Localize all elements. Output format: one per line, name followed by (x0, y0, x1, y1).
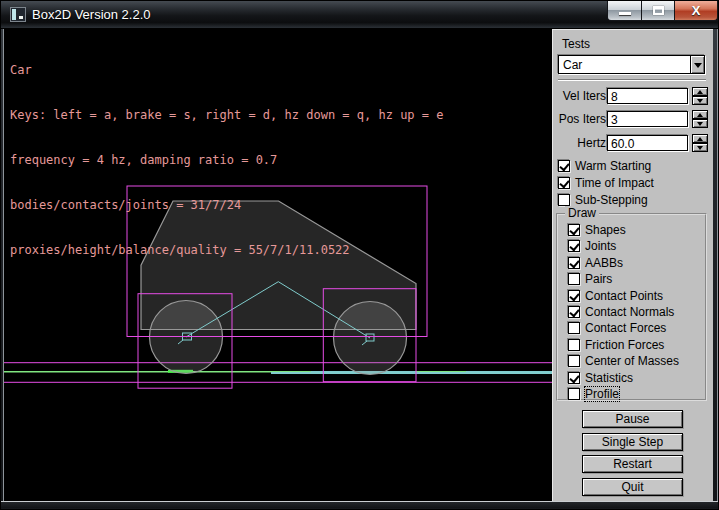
arrow-down-icon (697, 122, 703, 126)
draw-option-label: Center of Masses (585, 354, 679, 368)
checkbox[interactable] (568, 306, 580, 318)
maximize-icon (653, 6, 664, 15)
debug-stats-text: Car Keys: left = a, brake = s, right = d… (10, 33, 443, 288)
window-title: Box2D Version 2.2.0 (32, 7, 151, 22)
draw-option-center-of-masses[interactable]: Center of Masses (568, 355, 703, 369)
hertz-row: Hertz 60.0 (553, 135, 714, 151)
checkbox[interactable] (568, 372, 580, 384)
vel-iters-label: Vel Iters (563, 89, 606, 103)
arrow-up-icon (697, 113, 703, 117)
tests-dropdown-button[interactable] (690, 56, 704, 73)
draw-option-profile[interactable]: Profile (568, 388, 703, 402)
checkbox[interactable] (568, 290, 580, 302)
tests-label: Tests (562, 37, 590, 51)
checkbox[interactable] (568, 355, 580, 367)
minimize-icon (619, 12, 631, 15)
vel-iters-up-button[interactable] (692, 87, 708, 96)
checkbox[interactable] (568, 322, 580, 334)
stats-line-title: Car (10, 63, 443, 78)
checkbox[interactable] (568, 273, 580, 285)
draw-option-pairs[interactable]: Pairs (568, 273, 703, 287)
checkbox[interactable] (568, 224, 580, 236)
draw-option-label: AABBs (585, 256, 623, 270)
draw-option-label: Contact Points (585, 289, 663, 303)
minimize-button[interactable] (607, 1, 642, 21)
tests-dropdown[interactable]: Car (558, 55, 705, 74)
sub-stepping-label: Sub-Stepping (575, 193, 648, 207)
stats-line-proxies: proxies/height/balance/quality = 55/7/1/… (10, 243, 443, 258)
arrow-down-icon (697, 99, 703, 103)
close-icon: X (675, 3, 717, 18)
draw-option-label: Profile (585, 387, 619, 401)
draw-option-contact-forces[interactable]: Contact Forces (568, 322, 703, 336)
caption-buttons: X (607, 1, 718, 21)
draw-option-label: Pairs (585, 272, 612, 286)
draw-option-contact-normals[interactable]: Contact Normals (568, 306, 703, 320)
hertz-spinner (692, 134, 708, 152)
checkbox[interactable] (568, 388, 580, 400)
vel-iters-row: Vel Iters 8 (553, 88, 714, 104)
vel-iters-field[interactable]: 8 (607, 88, 688, 104)
pos-iters-down-button[interactable] (692, 119, 708, 128)
app-icon (10, 7, 26, 22)
maximize-button[interactable] (642, 1, 675, 21)
draw-option-shapes[interactable]: Shapes (568, 224, 703, 238)
arrow-up-icon (697, 137, 703, 141)
warm-starting-checkbox-row[interactable]: Warm Starting (558, 160, 708, 174)
pos-iters-label: Pos Iters (559, 112, 606, 126)
window-bottom-border (1, 501, 719, 510)
draw-option-aabbs[interactable]: AABBs (568, 257, 703, 271)
control-panel: Tests Car Vel Iters 8 Pos Iters 3 (552, 29, 713, 501)
warm-starting-label: Warm Starting (575, 159, 651, 173)
stats-line-keys: Keys: left = a, brake = s, right = d, hz… (10, 108, 443, 123)
pos-iters-row: Pos Iters 3 (553, 111, 714, 127)
hertz-down-button[interactable] (692, 143, 708, 152)
tests-dropdown-value: Car (563, 58, 582, 72)
hertz-up-button[interactable] (692, 134, 708, 143)
app-window: Box2D Version 2.2.0 X (0, 0, 719, 510)
draw-option-label: Shapes (585, 223, 626, 237)
draw-option-contact-points[interactable]: Contact Points (568, 290, 703, 304)
draw-option-label: Joints (585, 239, 616, 253)
pos-iters-spinner (692, 110, 708, 128)
stats-line-frequency: frequency = 4 hz, damping ratio = 0.7 (10, 153, 443, 168)
arrow-down-icon (697, 146, 703, 150)
draw-groupbox-title: Draw (565, 206, 599, 220)
draw-option-label: Friction Forces (585, 338, 664, 352)
single-step-button[interactable]: Single Step (582, 433, 683, 451)
draw-option-friction-forces[interactable]: Friction Forces (568, 339, 703, 353)
hertz-field[interactable]: 60.0 (607, 135, 688, 151)
pos-iters-up-button[interactable] (692, 110, 708, 119)
time-of-impact-label: Time of Impact (575, 176, 654, 190)
pause-button[interactable]: Pause (582, 410, 683, 428)
warm-starting-checkbox[interactable] (558, 160, 570, 172)
time-of-impact-checkbox[interactable] (558, 177, 570, 189)
draw-option-label: Statistics (585, 371, 633, 385)
draw-option-label: Contact Normals (585, 305, 674, 319)
pos-iters-field[interactable]: 3 (607, 111, 688, 127)
close-button[interactable]: X (675, 1, 718, 21)
restart-button[interactable]: Restart (582, 455, 683, 473)
simulation-canvas[interactable]: Car Keys: left = a, brake = s, right = d… (4, 29, 552, 501)
separator (558, 79, 706, 81)
arrow-up-icon (697, 90, 703, 94)
checkbox[interactable] (568, 240, 580, 252)
draw-option-label: Contact Forces (585, 321, 666, 335)
vel-iters-spinner (692, 87, 708, 105)
checkbox[interactable] (568, 339, 580, 351)
checkbox[interactable] (568, 257, 580, 269)
time-of-impact-checkbox-row[interactable]: Time of Impact (558, 177, 708, 191)
hertz-label: Hertz (577, 136, 606, 150)
draw-option-joints[interactable]: Joints (568, 240, 703, 254)
draw-option-statistics[interactable]: Statistics (568, 372, 703, 386)
chevron-down-icon (694, 63, 702, 68)
quit-button[interactable]: Quit (582, 478, 683, 496)
title-bar[interactable]: Box2D Version 2.2.0 X (1, 1, 719, 29)
stats-line-bodies: bodies/contacts/joints = 31/7/24 (10, 198, 443, 213)
vel-iters-down-button[interactable] (692, 96, 708, 105)
sub-stepping-checkbox[interactable] (558, 194, 570, 206)
